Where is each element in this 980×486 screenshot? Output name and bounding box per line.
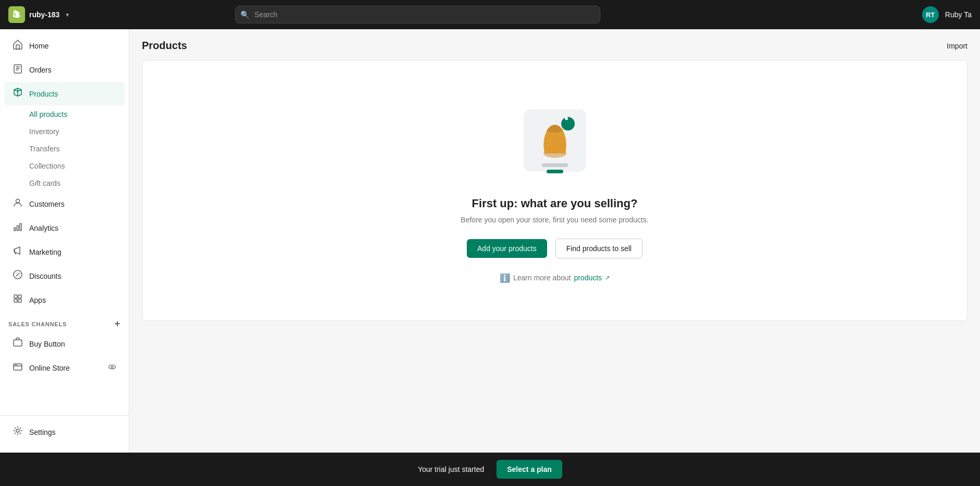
sidebar-item-online-store-label: Online Store xyxy=(29,364,70,372)
sidebar-item-buy-button[interactable]: Buy Button xyxy=(4,332,125,355)
sidebar-item-apps[interactable]: Apps xyxy=(4,288,125,312)
external-link-icon: ↗ xyxy=(605,275,610,281)
sidebar-item-discounts[interactable]: Discounts xyxy=(4,264,125,288)
eye-icon xyxy=(108,363,116,373)
sidebar-item-settings[interactable]: Settings xyxy=(4,420,125,444)
svg-point-21 xyxy=(565,117,568,120)
svg-rect-7 xyxy=(14,295,17,298)
sidebar-item-apps-label: Apps xyxy=(29,296,46,304)
home-icon xyxy=(13,39,23,52)
sidebar-item-home[interactable]: Home xyxy=(4,34,125,57)
sidebar-subitem-inventory[interactable]: Inventory xyxy=(4,123,125,140)
sidebar-bottom: Settings xyxy=(0,415,129,453)
store-logo[interactable]: ruby-183 ▼ xyxy=(8,6,70,23)
svg-point-17 xyxy=(16,429,19,432)
svg-point-2 xyxy=(16,199,20,203)
apps-icon xyxy=(13,293,23,306)
svg-rect-5 xyxy=(20,223,21,231)
svg-rect-4 xyxy=(17,226,19,231)
find-products-button[interactable]: Find products to sell xyxy=(555,239,643,258)
avatar[interactable]: RT xyxy=(922,6,939,23)
select-plan-button[interactable]: Select a plan xyxy=(497,460,562,479)
shopify-icon xyxy=(8,6,25,23)
svg-point-15 xyxy=(109,365,116,369)
empty-state-title: First up: what are you selling? xyxy=(472,197,638,210)
svg-point-13 xyxy=(15,364,16,365)
add-sales-channel-icon[interactable]: + xyxy=(115,318,120,329)
svg-rect-8 xyxy=(18,295,21,298)
online-store-icon xyxy=(13,361,23,374)
empty-state-actions: Add your products Find products to sell xyxy=(467,239,643,258)
sidebar-item-customers[interactable]: Customers xyxy=(4,192,125,216)
products-learn-more-link[interactable]: products xyxy=(574,274,602,282)
search-icon: 🔍 xyxy=(240,10,249,19)
topbar-right: RT Ruby Ta xyxy=(922,6,972,23)
products-icon xyxy=(13,87,23,100)
svg-point-14 xyxy=(16,364,17,365)
empty-state-card: First up: what are you selling? Before y… xyxy=(142,60,967,321)
sidebar-nav: Home Orders Products All products Invent… xyxy=(0,29,129,415)
sidebar-item-customers-label: Customers xyxy=(29,200,65,208)
main-content: Products Import xyxy=(129,29,980,453)
sidebar-item-analytics-label: Analytics xyxy=(29,224,58,232)
sidebar-item-orders[interactable]: Orders xyxy=(4,58,125,81)
buy-button-icon xyxy=(13,337,23,350)
sidebar-subitem-transfers[interactable]: Transfers xyxy=(4,140,125,157)
svg-rect-11 xyxy=(14,340,22,346)
sidebar-item-marketing[interactable]: Marketing xyxy=(4,240,125,264)
sidebar-item-products-label: Products xyxy=(29,90,58,98)
svg-rect-9 xyxy=(14,299,17,302)
marketing-icon xyxy=(13,245,23,258)
sidebar-item-orders-label: Orders xyxy=(29,66,52,74)
discounts-icon xyxy=(13,269,23,282)
import-button[interactable]: Import xyxy=(947,42,967,50)
svg-rect-22 xyxy=(542,163,568,167)
svg-rect-3 xyxy=(14,228,16,231)
sidebar-item-settings-label: Settings xyxy=(29,428,56,436)
sidebar-item-products[interactable]: Products xyxy=(4,82,125,105)
add-products-button[interactable]: Add your products xyxy=(467,239,547,258)
sidebar: Home Orders Products All products Invent… xyxy=(0,29,129,453)
topbar: ruby-183 ▼ 🔍 RT Ruby Ta xyxy=(0,0,980,29)
empty-state-description: Before you open your store, first you ne… xyxy=(461,216,648,224)
orders-icon xyxy=(13,63,23,76)
svg-rect-0 xyxy=(16,45,19,49)
svg-point-16 xyxy=(111,366,113,368)
sidebar-item-online-store[interactable]: Online Store xyxy=(4,356,125,380)
sidebar-item-buy-button-label: Buy Button xyxy=(29,340,65,348)
layout: Home Orders Products All products Invent… xyxy=(0,29,980,453)
sidebar-item-home-label: Home xyxy=(29,42,49,50)
analytics-icon xyxy=(13,221,23,234)
trial-text: Your trial just started xyxy=(418,465,484,473)
search-bar: 🔍 xyxy=(235,6,600,23)
svg-rect-10 xyxy=(18,299,21,302)
page-header: Products Import xyxy=(142,40,967,52)
store-dropdown-icon: ▼ xyxy=(65,12,70,18)
store-name: ruby-183 xyxy=(29,10,59,19)
page-title: Products xyxy=(142,40,187,52)
info-link-row: ℹ️ Learn more about products ↗ xyxy=(500,273,610,283)
sidebar-item-discounts-label: Discounts xyxy=(29,272,61,280)
username: Ruby Ta xyxy=(945,10,972,19)
svg-rect-23 xyxy=(547,170,563,173)
sidebar-item-marketing-label: Marketing xyxy=(29,248,61,256)
sidebar-subitem-gift-cards[interactable]: Gift cards xyxy=(4,175,125,192)
sidebar-subitem-collections[interactable]: Collections xyxy=(4,158,125,174)
svg-rect-1 xyxy=(14,65,21,73)
sidebar-subitem-all-products[interactable]: All products xyxy=(4,106,125,123)
search-input[interactable] xyxy=(235,6,600,23)
info-icon: ℹ️ xyxy=(500,273,510,283)
sales-channels-title: SALES CHANNELS + xyxy=(0,312,129,331)
customers-icon xyxy=(13,197,23,210)
sidebar-item-analytics[interactable]: Analytics xyxy=(4,216,125,240)
trial-bar: Your trial just started Select a plan xyxy=(0,453,980,486)
settings-icon xyxy=(13,425,23,438)
product-illustration xyxy=(513,99,597,182)
